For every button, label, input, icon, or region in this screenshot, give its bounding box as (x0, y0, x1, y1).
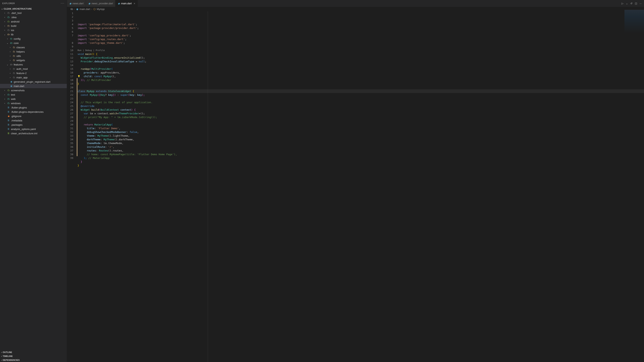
breadcrumb-file[interactable]: main.dart (80, 8, 90, 11)
breadcrumb-lib[interactable]: lib (70, 8, 73, 11)
tree-item-label: .gitignore (11, 115, 21, 118)
tree-item[interactable]: 🗎clean_archetructure.iml (0, 131, 67, 135)
tree-item[interactable]: ›🗀.idea (0, 15, 67, 19)
tab-main[interactable]: ◉ main.dart × (116, 0, 138, 7)
tree-item[interactable]: ›🗀.dart_tool (0, 11, 67, 15)
code-line[interactable]: debugShowCheckedModeBanner: false, (77, 130, 644, 134)
code-line[interactable]: import 'config/app_theme.dart'; (77, 41, 644, 45)
tree-item[interactable]: ›🗀screenshots (0, 88, 67, 93)
code-line[interactable]: providers: appProviders, (77, 71, 644, 75)
tree-item[interactable]: ›🗀test (0, 93, 67, 97)
code-line[interactable]: Widget build(BuildContext context) { (77, 108, 644, 112)
code-line[interactable] (77, 86, 644, 89)
tab-news[interactable]: ◉ news.dart (67, 0, 86, 7)
tree-item[interactable]: ›🗀auth_mod (0, 67, 67, 71)
code-line[interactable]: const MyApp({Key? key}) : super(key: key… (77, 93, 644, 97)
code-line[interactable]: import 'package:flutter/material.dart'; (77, 23, 644, 26)
run-dropdown-icon[interactable]: ⌄ (626, 2, 628, 5)
code-line[interactable]: // print("My App: " + tm.isDarkMode.toSt… (77, 115, 644, 119)
code-line[interactable]: initialRoute: '/', (77, 145, 644, 149)
tree-item[interactable]: ›🗀feature-2 (0, 71, 67, 75)
tree-item[interactable]: ›🗀web (0, 97, 67, 101)
tree-item[interactable]: ⌄🗁lib (0, 32, 67, 37)
code-line[interactable]: themeMode: tm.themeMode, (77, 141, 644, 145)
tree-item[interactable]: ◆.gitignore (0, 114, 67, 118)
tree-item[interactable]: ›🗀config (0, 37, 67, 41)
tree-item[interactable]: ›🗀ios (0, 28, 67, 32)
code-line[interactable]: title: 'Flutter Demo', (77, 127, 644, 130)
outline-section[interactable]: › OUTLINE (0, 350, 67, 354)
code-line[interactable] (77, 45, 644, 49)
dependencies-section[interactable]: › DEPENDENCIES (0, 358, 67, 362)
code-editor[interactable]: 1234567891011121314151617181920212223242… (67, 11, 644, 362)
split-icon[interactable]: ◫ (635, 2, 637, 5)
close-icon[interactable]: × (134, 2, 135, 5)
code-line[interactable]: theme: MyTheme().lightTheme, (77, 134, 644, 138)
tree-item[interactable]: ›🗀classes (0, 45, 67, 50)
code-line[interactable]: darkTheme: MyTheme().darkTheme, (77, 138, 644, 141)
tree-item[interactable]: ⌄🗁core (0, 41, 67, 45)
tree-item-label: .flutter-plugins (11, 106, 27, 109)
code-line[interactable]: import 'config/app_providers.dart'; (77, 34, 644, 37)
timeline-section[interactable]: › TIMELINE (0, 354, 67, 358)
tree-item[interactable]: ◉main.dart (0, 84, 67, 88)
tree-item[interactable]: 🗎.flutter-plugins-dependencies (0, 110, 67, 114)
code-content[interactable]: import 'package:flutter/material.dart';i… (77, 11, 644, 362)
code-line[interactable] (77, 30, 644, 34)
code-line[interactable]: )); // MultiProvider (77, 78, 644, 82)
tab-news-provider[interactable]: ◉ news_provider.dart (86, 0, 116, 7)
tree-item[interactable]: ›🗀build (0, 24, 67, 28)
code-line[interactable]: routes: Routes().routes, (77, 149, 644, 152)
tree-item[interactable]: ›🗀main_app (0, 75, 67, 80)
tree-item[interactable]: ›🗀windows (0, 101, 67, 105)
tree-item[interactable]: ◉generated_plugin_registrant.dart (0, 80, 67, 84)
history-icon[interactable]: ↺ (630, 2, 632, 5)
code-line[interactable]: import 'package:provider/provider.dart'; (77, 26, 644, 30)
tree-item[interactable]: ⌄🗁features (0, 62, 67, 67)
tree-item-label: screenshots (11, 89, 24, 92)
code-line[interactable] (77, 63, 644, 67)
lightbulb-icon[interactable]: 💡 (78, 75, 80, 78)
code-line[interactable]: import 'config/app_routes.dart'; (77, 37, 644, 41)
code-line[interactable]: ); // MaterialApp (77, 156, 644, 160)
code-line[interactable]: } (77, 82, 644, 86)
tree-item[interactable]: ›🗀helpers (0, 50, 67, 54)
code-line[interactable]: // This widget is the root of your appli… (77, 101, 644, 104)
code-line[interactable]: WidgetsFlutterBinding.ensureInitialized(… (77, 56, 644, 60)
code-line[interactable]: var tm = context.watch<ThemeProvider>(); (77, 112, 644, 115)
line-gutter: 1234567891011121314151617181920212223242… (67, 11, 77, 362)
folder-icon: 🗀 (12, 67, 16, 70)
breadcrumb[interactable]: lib › ◉ main.dart › ⬡ MyApp (67, 7, 644, 11)
codelens[interactable]: Run | Debug | Profile (77, 49, 644, 52)
minimap[interactable] (624, 10, 644, 33)
tree-item-label: core (14, 42, 18, 45)
code-line[interactable]: void main() { (77, 52, 644, 56)
code-line[interactable]: class MyApp extends StatelessWidget { (77, 89, 644, 93)
explorer-more-icon[interactable]: ··· (61, 2, 64, 5)
code-line[interactable] (77, 119, 644, 123)
code-line[interactable]: return MaterialApp( (77, 123, 644, 127)
folder-icon: 🗀 (7, 24, 10, 27)
tree-item[interactable]: 🗎.packages (0, 123, 67, 127)
code-line[interactable]: Provider.debugCheckInvalidValueType = nu… (77, 60, 644, 63)
project-section-header[interactable]: ⌄ CLEAN_ARCHETRUCTURE (0, 7, 67, 11)
code-line[interactable]: child: const MyApp(), (77, 75, 644, 78)
tree-item[interactable]: ›🗀android (0, 19, 67, 24)
code-line[interactable]: runApp(MultiProvider( (77, 67, 644, 71)
tree-item[interactable]: ›🗀utils (0, 54, 67, 58)
code-line[interactable]: } (77, 164, 644, 167)
code-line[interactable]: // home: const MyHomePage(title: 'Flutte… (77, 152, 644, 156)
more-icon[interactable]: ··· (640, 2, 642, 5)
tree-item-label: .metadata (11, 119, 22, 122)
breadcrumb-class[interactable]: MyApp (97, 8, 104, 11)
code-line[interactable] (77, 97, 644, 101)
tree-item-label: helpers (16, 50, 25, 53)
code-line[interactable] (77, 167, 644, 171)
tree-item[interactable]: 🗎.flutter-plugins (0, 105, 67, 110)
tree-item[interactable]: 🗎analysis_options.yaml (0, 127, 67, 131)
run-icon[interactable]: ▷ (622, 2, 624, 5)
tree-item[interactable]: 🗎.metadata (0, 118, 67, 123)
code-line[interactable]: } (77, 160, 644, 164)
tree-item[interactable]: ›🗀widgets (0, 58, 67, 62)
code-line[interactable]: @override (77, 104, 644, 108)
